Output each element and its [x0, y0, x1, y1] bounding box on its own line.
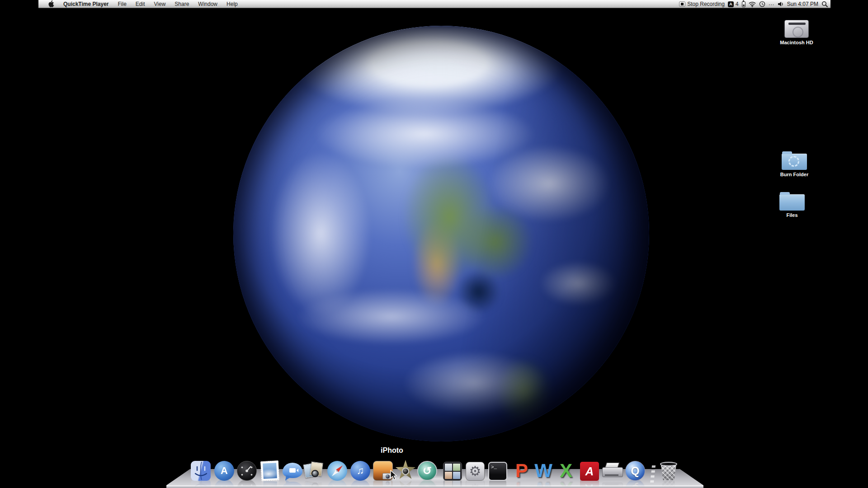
dock-item-ichat[interactable]: [282, 459, 303, 481]
desktop-icon-files[interactable]: Files: [763, 194, 821, 218]
volume-menu[interactable]: [778, 0, 784, 8]
music-note-glyph: ♫: [357, 465, 364, 477]
time-machine-icon: ↺: [417, 461, 437, 481]
burn-folder-icon: [782, 154, 807, 170]
preview-icon: [303, 461, 324, 481]
dock-item-app-store[interactable]: A: [213, 459, 235, 481]
files-label: Files: [763, 212, 821, 218]
adobe-reader-icon: A: [580, 462, 599, 481]
dock-item-mail[interactable]: [259, 459, 281, 481]
system-preferences-icon: ⚙: [466, 462, 485, 481]
burn-folder-label: Burn Folder: [765, 172, 824, 177]
menu-share[interactable]: Share: [170, 0, 193, 8]
dock-item-excel[interactable]: X: [555, 459, 577, 481]
desktop-icon-burn-folder[interactable]: Burn Folder: [765, 154, 824, 177]
acrobat-glyph: A: [585, 465, 594, 479]
dock-item-finder[interactable]: [190, 459, 212, 481]
trash-icon: [660, 462, 677, 480]
time-machine-menu-icon: [759, 1, 765, 7]
menu-edit[interactable]: Edit: [131, 0, 150, 8]
dock-tooltip-iphoto: iPhoto: [381, 446, 403, 455]
dashboard-icon: [237, 461, 257, 481]
itunes-icon: ♫: [350, 461, 370, 481]
excel-icon: X: [560, 461, 572, 481]
files-folder-icon: [779, 194, 805, 211]
earth-shading: [233, 26, 649, 441]
dock-item-system-preferences[interactable]: ⚙: [464, 459, 486, 481]
dock-item-word[interactable]: W: [533, 459, 554, 481]
dock-item-dashboard[interactable]: [236, 459, 258, 481]
spaces-icon: [443, 462, 462, 481]
wifi-menu[interactable]: [749, 0, 756, 8]
dock-item-spaces[interactable]: [442, 459, 463, 481]
powerpoint-icon: P: [515, 461, 528, 481]
battery-icon: [742, 1, 745, 7]
app-store-letter: A: [221, 465, 228, 477]
dock-item-itunes[interactable]: ♫: [349, 459, 371, 481]
dock-item-time-machine[interactable]: ↺: [416, 459, 438, 481]
menu-window[interactable]: Window: [193, 0, 222, 8]
finder-icon: [191, 461, 211, 481]
menu-app-name[interactable]: QuickTime Player: [59, 0, 113, 8]
earth-wallpaper: [233, 26, 649, 441]
stop-recording-label: Stop Recording: [687, 1, 725, 7]
stop-record-button-icon: [679, 1, 685, 7]
menu-file[interactable]: File: [113, 0, 131, 8]
apple-icon: [48, 0, 54, 7]
dock-item-preview[interactable]: [303, 459, 325, 481]
menu-help[interactable]: Help: [222, 0, 242, 8]
q-glyph: Q: [631, 465, 639, 478]
gear-glyph: ⚙: [469, 465, 481, 478]
stop-recording-control[interactable]: Stop Recording: [679, 0, 725, 8]
dock-item-terminal[interactable]: >_: [487, 459, 509, 481]
input-source-count: 4: [736, 1, 739, 7]
ichat-icon: [283, 463, 302, 478]
menu-view[interactable]: View: [150, 0, 170, 8]
dock-item-quicktime[interactable]: Q: [624, 459, 646, 481]
desktop-icon-macintosh-hd[interactable]: Macintosh HD: [767, 20, 826, 45]
video-camera-glyph: [289, 468, 296, 473]
ellipsis-menu[interactable]: ···: [769, 0, 774, 8]
app-store-icon: A: [214, 461, 234, 481]
time-machine-menu[interactable]: [759, 0, 765, 8]
volume-icon: [778, 1, 784, 7]
terminal-icon: >_: [488, 462, 507, 481]
mail-icon: [260, 460, 279, 481]
loupe-glyph: [311, 470, 319, 477]
dock-item-trash[interactable]: [658, 459, 679, 481]
input-source-menu[interactable]: A 4: [728, 0, 739, 8]
dock-shelf-front: [166, 485, 703, 488]
dock-item-safari[interactable]: [326, 459, 348, 481]
burn-symbol-icon: [788, 156, 799, 167]
battery-menu[interactable]: [742, 0, 745, 8]
menu-clock[interactable]: Sun 4:07 PM: [787, 0, 818, 8]
hard-drive-icon: [784, 20, 809, 38]
prompt-glyph: >_: [491, 465, 497, 470]
input-source-icon: A: [728, 1, 734, 7]
word-icon: W: [534, 461, 552, 481]
spotlight-menu[interactable]: [821, 0, 828, 8]
apple-menu[interactable]: [38, 0, 59, 8]
spotlight-icon: [821, 1, 828, 7]
ellipsis-icon: ···: [769, 1, 774, 7]
quicktime-icon: Q: [625, 461, 645, 481]
mouse-cursor: [390, 470, 400, 483]
printer-icon: [602, 463, 623, 481]
macintosh-hd-label: Macintosh HD: [767, 40, 826, 45]
menu-bar: QuickTime Player File Edit View Share Wi…: [38, 0, 830, 8]
dock-item-printer[interactable]: [602, 459, 623, 481]
ccw-arrow-glyph: ↺: [423, 465, 432, 477]
wifi-icon: [749, 1, 756, 7]
dock-item-adobe-reader[interactable]: A: [579, 459, 600, 481]
dock-item-powerpoint[interactable]: P: [511, 459, 533, 481]
safari-icon: [327, 461, 347, 481]
